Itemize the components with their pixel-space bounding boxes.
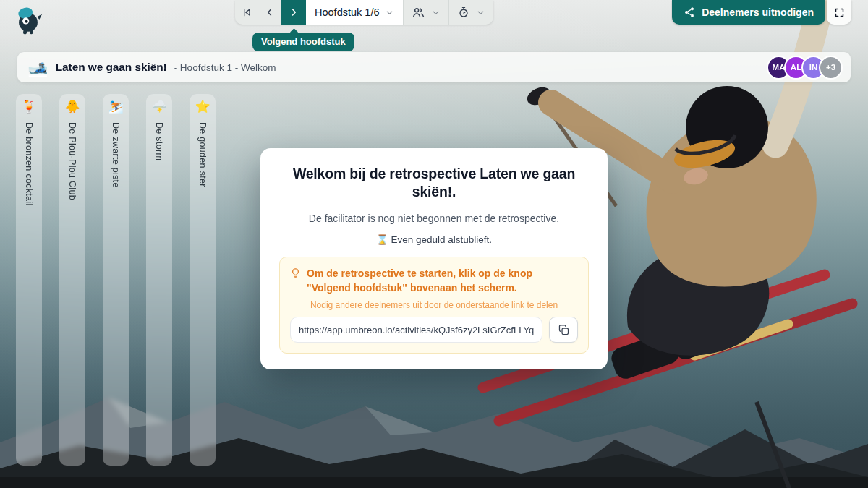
share-link-row: [290, 317, 578, 343]
avatar-overflow-count[interactable]: +3: [819, 56, 843, 80]
column-emoji: 🍹: [21, 100, 36, 113]
copy-icon: [558, 324, 570, 336]
column-label: De storm: [154, 122, 164, 160]
invite-participants-button[interactable]: Deelnemers uitnodigen: [672, 0, 825, 25]
timer-icon: [457, 6, 470, 19]
dialog-subtitle: De facilitator is nog niet begonnen met …: [279, 213, 589, 224]
wait-message: ⌛ Even geduld alstublieft.: [279, 234, 589, 245]
lightbulb-icon: [290, 267, 301, 278]
participants-icon: [412, 6, 425, 20]
fullscreen-icon: [834, 7, 845, 18]
retro-column-zwarte-piste[interactable]: ⛷️ De zwarte piste: [103, 94, 129, 466]
chevron-left-icon: [265, 7, 275, 17]
previous-chapter-button[interactable]: [258, 0, 281, 25]
share-link-input[interactable]: [290, 317, 542, 343]
column-emoji: ⭐: [195, 100, 210, 113]
app-root: Hoofdstuk 1/6 Volgend hoofdstuk: [0, 0, 868, 488]
chevron-down-icon: [476, 8, 485, 17]
retro-title: Laten we gaan skiën!: [56, 61, 167, 74]
retro-column-bronzen-cocktail[interactable]: 🍹 De bronzen cocktail: [16, 94, 42, 466]
share-icon: [684, 7, 695, 18]
copy-link-button[interactable]: [549, 317, 578, 343]
column-emoji: 🐥: [64, 100, 80, 113]
chevron-down-icon: [385, 8, 394, 17]
invite-label: Deelnemers uitnodigen: [702, 7, 814, 18]
chapter-dropdown[interactable]: Hoofdstuk 1/6: [306, 0, 403, 25]
column-label: De Piou-Piou Club: [67, 122, 77, 200]
hourglass-icon: ⌛: [376, 234, 388, 245]
welcome-dialog: Welkom bij de retrospective Laten we gaa…: [260, 148, 608, 369]
retro-header: 🎿 Laten we gaan skiën! - Hoofdstuk 1 - W…: [17, 52, 851, 82]
wait-text: Even geduld alstublieft.: [391, 234, 493, 245]
tip-box: Om de retrospective te starten, klik op …: [279, 257, 589, 354]
retro-subtitle: - Hoofdstuk 1 - Welkom: [174, 62, 276, 73]
chapter-label: Hoofdstuk 1/6: [315, 7, 379, 18]
chapter-toolbar: Hoofdstuk 1/6: [235, 0, 493, 25]
share-hint: Nodig andere deelnemers uit door de onde…: [290, 300, 578, 310]
tip-row: Om de retrospective te starten, klik op …: [290, 266, 578, 296]
column-emoji: ⛷️: [108, 100, 123, 113]
next-chapter-button[interactable]: [281, 0, 306, 25]
mascot-icon: [12, 3, 45, 38]
column-label: De bronzen cocktail: [24, 122, 34, 205]
tooltip-label: Volgend hoofdstuk: [261, 36, 346, 47]
chevron-right-icon: [289, 7, 299, 17]
column-label: De gouden ster: [197, 122, 208, 187]
participant-avatars: MA AL IN +3: [767, 56, 843, 80]
dialog-title: Welkom bij de retrospective Laten we gaa…: [279, 165, 589, 202]
skip-to-start-button[interactable]: [235, 0, 258, 25]
app-logo: [12, 3, 45, 38]
next-chapter-tooltip: Volgend hoofdstuk: [252, 33, 354, 51]
mountains: [0, 398, 868, 488]
retro-column-storm[interactable]: 🌩️ De storm: [146, 94, 172, 466]
fullscreen-button[interactable]: [827, 0, 851, 25]
column-emoji: 🌩️: [151, 100, 166, 113]
tip-text: Om de retrospective te starten, klik op …: [307, 266, 578, 296]
skip-start-icon: [241, 7, 252, 18]
retro-column-piou-piou-club[interactable]: 🐥 De Piou-Piou Club: [59, 94, 85, 466]
column-label: De zwarte piste: [111, 122, 121, 188]
chevron-down-icon: [431, 8, 441, 17]
participants-dropdown[interactable]: [403, 0, 448, 25]
top-right-actions: Deelnemers uitnodigen: [672, 0, 851, 25]
timer-dropdown[interactable]: [448, 0, 493, 25]
retro-column-gouden-ster[interactable]: ⭐ De gouden ster: [190, 94, 216, 466]
retro-icon: 🎿: [27, 59, 48, 76]
